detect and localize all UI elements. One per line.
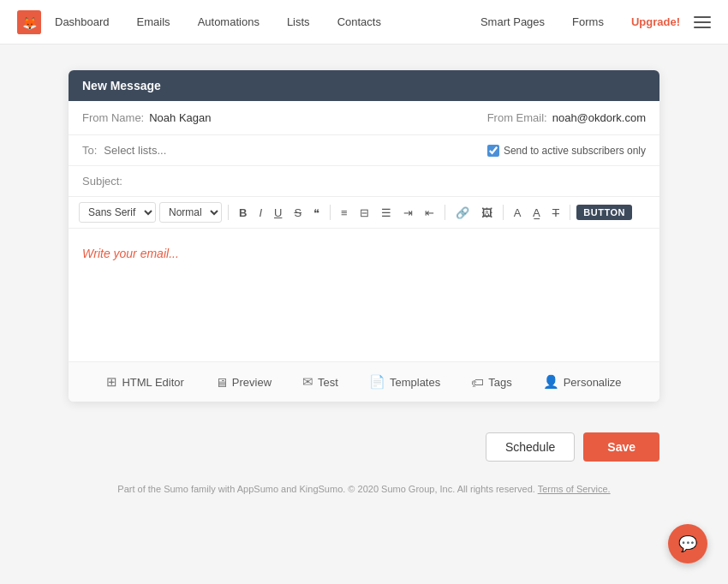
chat-bubble[interactable]: 💬 <box>668 524 707 563</box>
underline-button[interactable]: U <box>270 204 286 222</box>
test-button[interactable]: ✉ Test <box>294 371 347 393</box>
font-size-select[interactable]: Normal <box>159 202 222 223</box>
italic-button[interactable]: I <box>254 204 266 222</box>
personalize-icon: 👤 <box>543 374 559 390</box>
nav-automations[interactable]: Automations <box>184 15 273 28</box>
toolbar-divider-3 <box>445 205 445 220</box>
nav-forms[interactable]: Forms <box>558 15 618 28</box>
subject-row: Subject: <box>69 166 659 197</box>
image-button[interactable]: 🖼 <box>477 204 497 222</box>
insert-button-button[interactable]: BUTTON <box>576 205 632 220</box>
toolbar-divider-2 <box>330 205 331 220</box>
font-family-select[interactable]: Sans Serif <box>79 202 156 223</box>
nav-lists[interactable]: Lists <box>273 15 324 28</box>
toolbar-divider-1 <box>228 205 229 220</box>
nav-upgrade[interactable]: Upgrade! <box>618 15 694 28</box>
bottom-toolbar: ⊞ HTML Editor 🖥 Preview ✉ Test 📄 Templat… <box>69 361 659 402</box>
nav-contacts[interactable]: Contacts <box>324 15 395 28</box>
html-editor-icon: ⊞ <box>106 374 117 390</box>
send-to-active-checkbox[interactable] <box>487 145 499 157</box>
toolbar-divider-5 <box>570 205 570 220</box>
editor-placeholder: Write your email... <box>82 247 179 260</box>
editor-toolbar: Sans Serif Normal B I U S ❝ ≡ ⊟ ☰ ⇥ ⇤ 🔗 … <box>69 197 659 229</box>
editor-area[interactable]: Write your email... <box>69 229 659 361</box>
templates-button[interactable]: 📄 Templates <box>361 371 449 393</box>
nav-emails[interactable]: Emails <box>123 15 184 28</box>
highlight-button[interactable]: A̲ <box>528 204 545 222</box>
unordered-list-button[interactable]: ☰ <box>377 204 396 222</box>
schedule-button[interactable]: Schedule <box>486 432 575 462</box>
subject-label: Subject: <box>82 175 122 188</box>
preview-button[interactable]: 🖥 Preview <box>206 372 280 393</box>
send-to-active-label[interactable]: Send to active subscribers only <box>487 145 646 157</box>
test-icon: ✉ <box>302 374 313 390</box>
chat-icon: 💬 <box>678 534 697 553</box>
save-button[interactable]: Save <box>583 432 659 462</box>
nav-links: Dashboard Emails Automations Lists Conta… <box>41 15 694 28</box>
to-input[interactable] <box>104 144 487 157</box>
action-row: Schedule Save <box>0 419 728 475</box>
bold-button[interactable]: B <box>235 204 251 222</box>
footer-text: Part of the Sumo family with AppSumo and… <box>117 484 534 494</box>
blockquote-button[interactable]: ❝ <box>309 204 324 222</box>
app-logo[interactable]: 🦊 <box>17 10 41 34</box>
align-left-button[interactable]: ≡ <box>337 204 352 222</box>
toolbar-divider-4 <box>503 205 504 220</box>
clear-format-button[interactable]: T̶ <box>548 204 564 222</box>
from-email-label: From Email: <box>487 111 547 124</box>
indent-button[interactable]: ⇥ <box>399 204 417 222</box>
nav-dashboard[interactable]: Dashboard <box>41 15 123 28</box>
footer-tos-link[interactable]: Terms of Service. <box>538 484 611 494</box>
preview-icon: 🖥 <box>215 375 228 390</box>
from-name-label: From Name: <box>82 111 144 124</box>
navbar: 🦊 Dashboard Emails Automations Lists Con… <box>0 0 728 45</box>
nav-smart-pages[interactable]: Smart Pages <box>467 15 558 28</box>
html-editor-button[interactable]: ⊞ HTML Editor <box>98 371 192 393</box>
from-row: From Name: Noah Kagan From Email: noah@o… <box>69 101 659 135</box>
compose-header: New Message <box>69 70 659 101</box>
to-row: To: Send to active subscribers only <box>69 135 659 166</box>
tags-button[interactable]: 🏷 Tags <box>462 372 520 393</box>
outdent-button[interactable]: ⇤ <box>421 204 439 222</box>
text-color-button[interactable]: A <box>510 204 526 222</box>
subject-input[interactable] <box>129 175 646 188</box>
compose-card: New Message From Name: Noah Kagan From E… <box>69 70 659 402</box>
footer: Part of the Sumo family with AppSumo and… <box>0 475 728 511</box>
ordered-list-button[interactable]: ⊟ <box>355 204 373 222</box>
svg-text:🦊: 🦊 <box>22 15 38 30</box>
personalize-button[interactable]: 👤 Personalize <box>534 371 630 393</box>
from-name-value: Noah Kagan <box>149 111 211 124</box>
page-content: New Message From Name: Noah Kagan From E… <box>0 45 728 419</box>
templates-icon: 📄 <box>369 374 385 390</box>
strikethrough-button[interactable]: S <box>289 204 306 222</box>
link-button[interactable]: 🔗 <box>451 204 474 222</box>
to-label: To: <box>82 144 97 157</box>
tags-icon: 🏷 <box>471 375 484 390</box>
from-email-value: noah@okdork.com <box>552 111 646 124</box>
hamburger-menu[interactable] <box>694 14 711 31</box>
